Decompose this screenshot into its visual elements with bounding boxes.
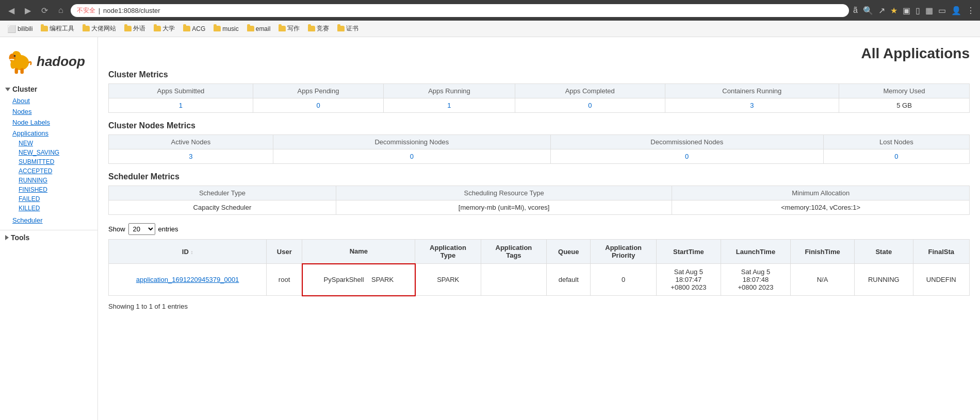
sidebar-item-new[interactable]: NEW — [0, 139, 97, 148]
bookmark-label: email — [256, 25, 271, 32]
sort-id-icon[interactable]: ↕ — [190, 249, 193, 255]
th-final-state: FinalSta — [913, 240, 969, 264]
sidebar-item-killed[interactable]: KILLED — [0, 204, 97, 213]
split-icon[interactable]: ▦ — [925, 6, 933, 15]
cluster-nodes-title: Cluster Nodes Metrics — [108, 121, 970, 130]
bookmark-label: music — [222, 25, 238, 32]
sidebar-item-about[interactable]: About — [0, 95, 97, 106]
bookmark-email[interactable]: email — [244, 24, 274, 33]
svg-rect-6 — [21, 68, 24, 74]
th-launch-time: LaunchTime — [721, 240, 790, 264]
cluster-section: Cluster About Nodes Node Labels Applicat… — [0, 81, 97, 228]
bookmark-bilibili[interactable]: ⬜ bilibili — [4, 24, 36, 34]
entries-label: entries — [158, 225, 178, 233]
bookmark-label: bilibili — [18, 25, 32, 32]
star-icon[interactable]: ★ — [890, 6, 897, 15]
reload-button[interactable]: ⟳ — [38, 4, 51, 18]
menu-icon[interactable]: ⋮ — [967, 6, 975, 15]
search-icon[interactable]: 🔍 — [863, 6, 873, 15]
hadoop-elephant-logo — [6, 47, 35, 76]
address-bar[interactable]: 不安全 | node1:8088/cluster — [71, 4, 849, 17]
tools-expand-icon — [5, 235, 9, 240]
sidebar-icon[interactable]: ▭ — [938, 6, 946, 15]
sidebar-item-accepted[interactable]: ACCEPTED — [0, 166, 97, 176]
col-minimum-allocation: Minimum Allocation — [672, 186, 970, 200]
sidebar-item-new-saving[interactable]: NEW_SAVING — [0, 148, 97, 157]
extensions-icon[interactable]: ▯ — [916, 6, 920, 15]
sidebar-item-failed[interactable]: FAILED — [0, 194, 97, 204]
td-launch-time: Sat Aug 518:07:48+0800 2023 — [721, 264, 790, 296]
val-apps-completed: 0 — [515, 98, 665, 113]
cluster-metrics-title: Cluster Metrics — [108, 70, 970, 79]
launch-time-text: Sat Aug 518:07:48+0800 2023 — [738, 268, 773, 291]
app-id-link[interactable]: application_1691220945379_0001 — [136, 276, 239, 283]
folder-icon — [183, 26, 190, 31]
showing-entries-label: Showing 1 to 1 of 1 entries — [108, 303, 970, 310]
td-app-type: SPARK — [415, 264, 481, 296]
logo-area: hadoop — [0, 42, 97, 81]
val-apps-pending: 0 — [253, 98, 383, 113]
tv-icon[interactable]: ▣ — [903, 6, 910, 15]
cluster-metrics-table: Apps Submitted Apps Pending Apps Running… — [108, 83, 970, 113]
svg-point-4 — [14, 55, 16, 57]
bilibili-icon: ⬜ — [7, 25, 16, 33]
share-icon[interactable]: ↗ — [878, 6, 885, 15]
col-apps-running: Apps Running — [384, 84, 515, 98]
val-containers-running: 3 — [665, 98, 839, 113]
col-apps-pending: Apps Pending — [253, 84, 383, 98]
col-containers-running: Containers Running — [665, 84, 839, 98]
bookmark-label: 写作 — [287, 24, 300, 33]
cluster-label: Cluster — [12, 85, 37, 93]
sidebar-item-submitted[interactable]: SUBMITTED — [0, 157, 97, 166]
bookmark-label: 大佬网站 — [91, 24, 116, 33]
td-finish-time: N/A — [791, 264, 855, 296]
sidebar-item-running[interactable]: RUNNING — [0, 176, 97, 185]
sidebar-item-scheduler[interactable]: Scheduler — [0, 215, 97, 226]
val-memory-used: 5 GB — [839, 98, 969, 113]
cluster-header[interactable]: Cluster — [0, 83, 97, 95]
th-state: State — [855, 240, 913, 264]
th-user: User — [267, 240, 302, 264]
sidebar-item-finished[interactable]: FINISHED — [0, 185, 97, 194]
bookmark-label: 证书 — [346, 24, 358, 33]
bookmark-zhenshu[interactable]: 证书 — [334, 23, 362, 34]
sidebar-item-node-labels[interactable]: Node Labels — [0, 117, 97, 128]
val-decommissioning-nodes: 0 — [273, 149, 550, 164]
bookmark-jingsai[interactable]: 竞赛 — [305, 23, 332, 34]
td-app-id: application_1691220945379_0001 — [109, 264, 267, 296]
val-minimum-allocation: <memory:1024, vCores:1> — [672, 200, 970, 215]
applications-table: ID ↕ User Name Application Type Applicat… — [108, 239, 970, 296]
translate-icon[interactable]: ã — [853, 6, 858, 15]
val-apps-running: 1 — [384, 98, 515, 113]
forward-button[interactable]: ▶ — [22, 4, 34, 18]
back-button[interactable]: ◀ — [5, 4, 18, 18]
bookmark-xiezuo[interactable]: 写作 — [275, 23, 303, 34]
hadoop-logo-text: hadoop — [37, 54, 85, 70]
bookmark-acg[interactable]: ACG — [180, 24, 208, 33]
bookmark-label: ACG — [192, 25, 205, 32]
bookmark-biancheng[interactable]: 编程工具 — [38, 23, 77, 34]
bookmark-music[interactable]: music — [210, 24, 241, 33]
show-count-select[interactable]: 20 50 100 — [128, 223, 155, 235]
insecure-label: 不安全 — [77, 6, 95, 15]
th-finish-time: FinishTime — [791, 240, 855, 264]
td-start-time: Sat Aug 518:07:47+0800 2023 — [656, 264, 721, 296]
sidebar: hadoop Cluster About Nodes Node Labels A… — [0, 37, 98, 420]
cluster-nodes-table: Active Nodes Decommissioning Nodes Decom… — [108, 135, 970, 164]
tools-header[interactable]: Tools — [0, 230, 97, 245]
sidebar-item-applications[interactable]: Applications — [0, 128, 97, 139]
sidebar-item-nodes[interactable]: Nodes — [0, 106, 97, 117]
folder-icon — [214, 26, 221, 31]
th-app-tags: Application Tags — [481, 240, 546, 264]
url-text: node1:8088/cluster — [103, 7, 160, 14]
bookmark-dalao[interactable]: 大佬网站 — [79, 23, 119, 34]
col-decommissioned-nodes: Decommissioned Nodes — [550, 135, 823, 149]
bookmark-daxue[interactable]: 大学 — [151, 23, 178, 34]
bookmark-waiyu[interactable]: 外语 — [121, 23, 149, 34]
home-button[interactable]: ⌂ — [55, 4, 67, 17]
val-scheduling-resource-type: [memory-mb (unit=Mi), vcores] — [336, 200, 672, 215]
account-icon[interactable]: 👤 — [951, 6, 961, 15]
folder-icon — [337, 26, 345, 31]
folder-icon — [154, 26, 161, 31]
app-type-inline: SPARK — [371, 276, 394, 283]
